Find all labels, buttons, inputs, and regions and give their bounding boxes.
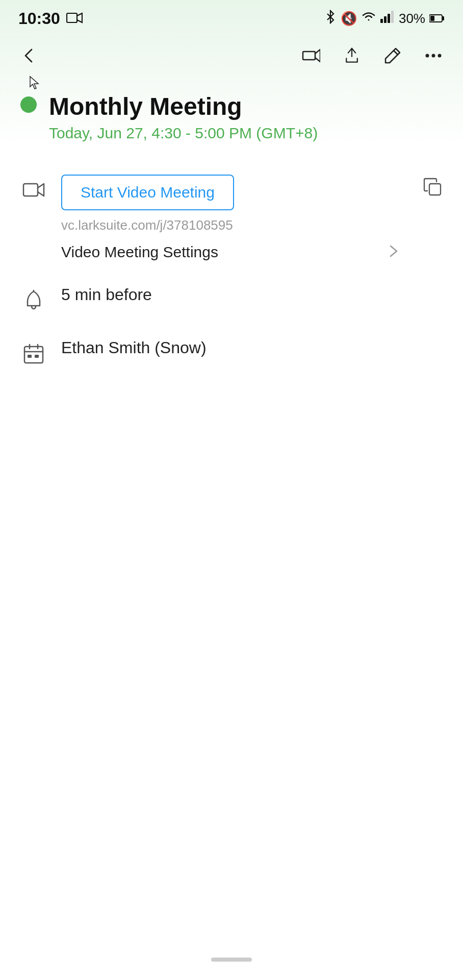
- edit-button[interactable]: [381, 44, 404, 67]
- bottom-pill: [211, 958, 252, 962]
- reminder-content: 5 min before: [61, 285, 443, 304]
- video-meeting-row: Start Video Meeting vc.larksuite.com/j/3…: [0, 162, 463, 273]
- video-settings-row[interactable]: Video Meeting Settings: [61, 233, 401, 261]
- svg-rect-16: [24, 347, 43, 363]
- status-icons: 🔇 30%: [324, 10, 445, 28]
- meeting-info: Monthly Meeting Today, Jun 27, 4:30 - 5:…: [49, 92, 443, 142]
- svg-line-9: [394, 51, 398, 55]
- video-section-content: Start Video Meeting vc.larksuite.com/j/3…: [61, 175, 401, 261]
- svg-rect-7: [67, 13, 77, 22]
- meeting-status-dot: [20, 96, 37, 113]
- video-camera-icon: [20, 177, 47, 203]
- start-video-meeting-button[interactable]: Start Video Meeting: [61, 175, 234, 210]
- svg-rect-2: [388, 14, 390, 23]
- svg-rect-21: [35, 355, 39, 358]
- nav-actions: [300, 44, 445, 67]
- battery-icon: [429, 11, 445, 27]
- back-button[interactable]: [12, 39, 45, 72]
- chevron-right-icon: [387, 244, 401, 260]
- reminder-text: 5 min before: [61, 285, 152, 304]
- bluetooth-icon: [324, 10, 337, 28]
- svg-point-10: [426, 54, 429, 58]
- svg-rect-6: [430, 16, 434, 21]
- status-time: 10:30: [18, 9, 60, 28]
- bell-icon: [20, 287, 47, 314]
- svg-rect-8: [303, 52, 315, 60]
- more-options-button[interactable]: [422, 44, 445, 67]
- meeting-datetime: Today, Jun 27, 4:30 - 5:00 PM (GMT+8): [49, 125, 443, 142]
- svg-rect-0: [380, 19, 383, 23]
- calendar-icon: [20, 340, 47, 367]
- meeting-title: Monthly Meeting: [49, 92, 443, 120]
- screen-record-icon: [66, 11, 83, 27]
- video-settings-label: Video Meeting Settings: [61, 243, 218, 261]
- svg-rect-5: [442, 16, 444, 20]
- share-button[interactable]: [341, 44, 363, 67]
- svg-point-11: [432, 54, 435, 58]
- share-button[interactable]: [300, 44, 322, 67]
- reminder-row: 5 min before: [0, 273, 463, 326]
- svg-rect-14: [429, 184, 441, 195]
- meeting-details-content: Start Video Meeting vc.larksuite.com/j/3…: [0, 157, 463, 384]
- signal-icon: [380, 11, 395, 27]
- svg-rect-20: [28, 355, 32, 358]
- svg-rect-3: [391, 11, 394, 23]
- mute-icon: 🔇: [341, 11, 357, 27]
- attendee-name: Ethan Smith (Snow): [61, 338, 207, 357]
- copy-link-button[interactable]: [415, 178, 443, 197]
- wifi-icon: [361, 11, 376, 27]
- svg-rect-1: [384, 16, 387, 23]
- video-meeting-link: vc.larksuite.com/j/378108595: [61, 217, 401, 233]
- battery-text: 30%: [399, 11, 425, 27]
- svg-rect-13: [23, 184, 38, 196]
- bottom-navigation-area: [0, 949, 463, 970]
- attendee-content: Ethan Smith (Snow): [61, 338, 443, 357]
- attendee-row: Ethan Smith (Snow): [0, 326, 463, 379]
- meeting-header: Monthly Meeting Today, Jun 27, 4:30 - 5:…: [0, 82, 463, 157]
- svg-point-12: [438, 54, 442, 58]
- top-navigation: [0, 34, 463, 82]
